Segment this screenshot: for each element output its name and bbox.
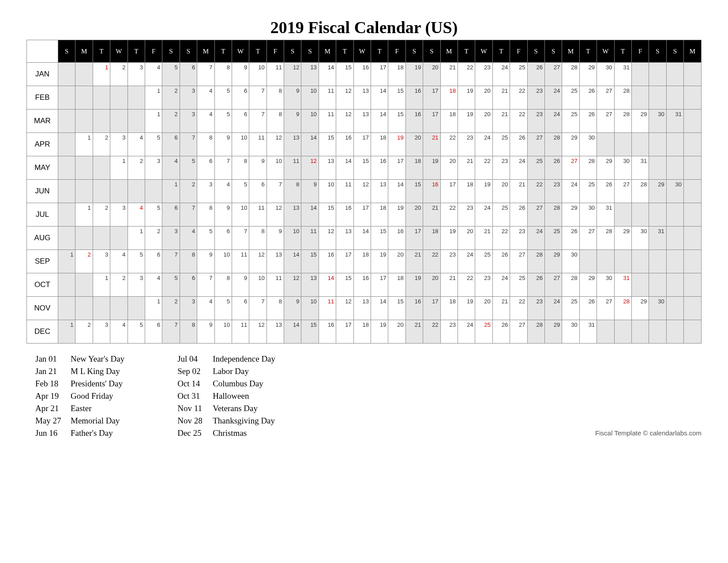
day-cell: 21 — [440, 63, 458, 86]
day-cell: 16 — [371, 156, 388, 180]
day-cell: 26 — [579, 86, 597, 110]
day-cell: 19 — [388, 203, 405, 227]
day-cell — [58, 133, 75, 156]
day-cell: 27 — [527, 133, 544, 156]
day-cell: 25 — [527, 156, 544, 180]
day-cell: 23 — [544, 180, 562, 203]
day-cell: 12 — [249, 250, 266, 273]
day-cell: 18 — [423, 227, 440, 250]
day-cell: 11 — [284, 156, 301, 180]
day-cell: 9 — [284, 86, 301, 110]
holiday-list: Jan 01New Year's DayJan 21M L King DayFe… — [35, 354, 702, 438]
day-cell: 19 — [405, 63, 423, 86]
day-cell: 20 — [440, 156, 458, 180]
day-cell: 4 — [180, 227, 197, 250]
day-cell — [649, 273, 666, 297]
day-cell: 17 — [371, 273, 388, 297]
day-cell: 13 — [353, 86, 371, 110]
day-cell: 20 — [423, 63, 440, 86]
dow-header: S — [666, 40, 683, 63]
day-cell — [631, 133, 649, 156]
day-cell: 12 — [336, 86, 353, 110]
day-cell — [649, 156, 666, 180]
day-cell: 2 — [145, 227, 162, 250]
day-cell: 23 — [510, 227, 527, 250]
holiday-name: Independence Day — [213, 354, 275, 364]
day-cell: 28 — [544, 133, 562, 156]
day-cell: 31 — [631, 156, 649, 180]
day-cell: 11 — [301, 227, 319, 250]
day-cell: 27 — [614, 180, 631, 203]
day-cell — [666, 227, 683, 250]
day-cell: 13 — [301, 273, 319, 297]
day-cell — [93, 297, 110, 320]
day-cell: 1 — [93, 63, 110, 86]
day-cell: 3 — [110, 203, 128, 227]
day-cell: 1 — [75, 133, 93, 156]
day-cell: 10 — [214, 250, 232, 273]
holiday-date: Sep 02 — [177, 367, 213, 376]
day-cell: 25 — [492, 133, 510, 156]
day-cell: 15 — [388, 86, 405, 110]
day-cell: 8 — [214, 63, 232, 86]
holiday-date: Jul 04 — [177, 354, 213, 364]
day-cell: 26 — [510, 203, 527, 227]
day-cell: 25 — [579, 180, 597, 203]
day-cell — [75, 297, 93, 320]
day-cell — [597, 250, 614, 273]
dow-header: M — [440, 40, 458, 63]
day-cell: 30 — [631, 227, 649, 250]
day-cell: 25 — [475, 320, 492, 344]
day-cell: 16 — [405, 86, 423, 110]
day-cell: 12 — [284, 273, 301, 297]
month-label: JAN — [27, 63, 58, 86]
month-label: APR — [27, 133, 58, 156]
day-cell: 3 — [93, 250, 110, 273]
day-cell: 2 — [75, 320, 93, 344]
day-cell — [649, 250, 666, 273]
day-cell — [666, 133, 683, 156]
holiday-date: Nov 28 — [177, 416, 213, 426]
day-cell: 10 — [249, 63, 266, 86]
day-cell: 13 — [266, 250, 284, 273]
day-cell — [684, 156, 702, 180]
day-cell: 18 — [440, 297, 458, 320]
day-cell: 1 — [128, 227, 145, 250]
day-cell: 26 — [492, 320, 510, 344]
day-cell: 15 — [301, 250, 319, 273]
day-cell: 26 — [527, 63, 544, 86]
month-label: OCT — [27, 273, 58, 297]
day-cell: 3 — [197, 180, 214, 203]
day-cell: 17 — [423, 297, 440, 320]
day-cell: 10 — [232, 203, 249, 227]
dow-header: F — [388, 40, 405, 63]
day-cell: 27 — [597, 86, 614, 110]
day-cell: 9 — [197, 320, 214, 344]
dow-header: M — [562, 40, 579, 63]
day-cell: 26 — [492, 250, 510, 273]
dow-header: M — [197, 40, 214, 63]
day-cell: 23 — [527, 110, 544, 133]
holiday-date: Oct 31 — [177, 391, 213, 401]
day-cell: 28 — [614, 110, 631, 133]
day-cell: 17 — [336, 250, 353, 273]
dow-header: F — [631, 40, 649, 63]
day-cell: 7 — [197, 63, 214, 86]
day-cell: 29 — [597, 156, 614, 180]
day-cell: 6 — [232, 110, 249, 133]
dow-header: M — [75, 40, 93, 63]
day-cell: 3 — [180, 86, 197, 110]
day-cell: 12 — [266, 133, 284, 156]
holiday-name: Halloween — [213, 391, 275, 401]
day-cell: 27 — [562, 156, 579, 180]
day-cell: 10 — [301, 86, 319, 110]
holiday-name: Labor Day — [213, 367, 275, 376]
holiday-date: Feb 18 — [35, 379, 71, 389]
day-cell: 23 — [440, 250, 458, 273]
day-cell: 4 — [197, 86, 214, 110]
day-cell — [75, 156, 93, 180]
day-cell — [684, 227, 702, 250]
day-cell: 26 — [597, 180, 614, 203]
day-cell: 7 — [180, 203, 197, 227]
day-cell — [631, 63, 649, 86]
